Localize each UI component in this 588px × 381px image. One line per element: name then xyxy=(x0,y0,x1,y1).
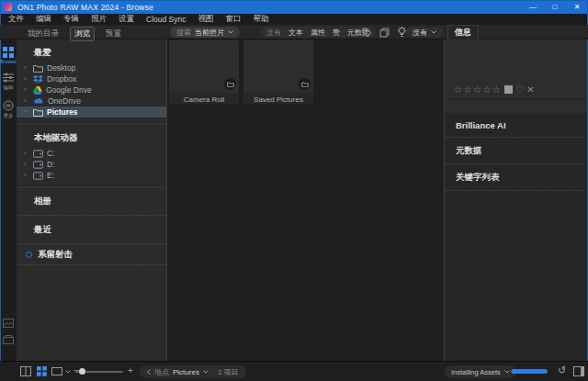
tab-presets[interactable]: 预置 xyxy=(102,28,125,40)
section-divider xyxy=(17,264,166,265)
menu-help[interactable]: 帮助 xyxy=(253,14,268,25)
sidebar-item-onedrive[interactable]: › OneDrive xyxy=(17,95,166,106)
menu-window[interactable]: 窗口 xyxy=(225,14,241,25)
window-title: ON1 Photo RAW MAX 2024 - Browse xyxy=(17,3,153,12)
drive-icon xyxy=(33,172,43,180)
filter-text[interactable]: 文本 xyxy=(288,28,303,38)
menu-file[interactable]: 文件 xyxy=(8,14,24,25)
like-heart-icon[interactable]: ♡ xyxy=(515,84,524,95)
sidebar-item-drive-c[interactable]: › C: xyxy=(17,148,166,159)
sidebar-item-label: OneDrive xyxy=(48,96,81,106)
main-area: Browse 编辑 更多 xyxy=(0,39,588,361)
filter-attributes[interactable]: 属性 xyxy=(311,28,325,38)
sidebar-item-google-drive[interactable]: › Google Drive xyxy=(17,84,166,95)
grid-view-icon[interactable] xyxy=(37,366,47,376)
folder-tile-camera-roll[interactable]: Camera Roll xyxy=(169,40,239,105)
search-scope-dropdown[interactable]: 搜索 当前照片 xyxy=(170,27,240,38)
recent-header[interactable]: 最近 xyxy=(17,219,166,240)
chevron-right-icon[interactable]: › xyxy=(24,172,29,179)
module-browse[interactable]: Browse xyxy=(0,47,17,64)
zoom-in-button[interactable]: + xyxy=(128,365,133,375)
box-icon[interactable] xyxy=(3,335,14,344)
folder-tile-label: Camera Roll xyxy=(169,93,239,105)
menu-album[interactable]: 专辑 xyxy=(63,14,79,25)
tag-icon[interactable] xyxy=(362,28,372,38)
sidebar-item-label: Dropbox xyxy=(47,74,76,84)
section-divider xyxy=(17,185,166,186)
tab-browse[interactable]: 浏览 xyxy=(70,27,95,41)
folder-thumbnail[interactable] xyxy=(243,40,313,93)
filter-liked[interactable]: 赞 xyxy=(333,28,340,38)
sidebar-item-drive-e[interactable]: › E: xyxy=(17,170,166,181)
breadcrumb[interactable]: 地点 Pictures 2 项目 xyxy=(140,365,246,378)
chevron-right-icon[interactable]: › xyxy=(24,75,29,83)
browse-sidebar: 最爱 › Desktop › Dropbox › xyxy=(17,39,167,361)
metadata-preview: ☆☆☆☆☆ ♡ ✕ xyxy=(445,39,588,98)
menu-view[interactable]: 视图 xyxy=(198,14,213,25)
maximize-button[interactable]: □ xyxy=(544,0,566,14)
sidebar-item-label: D: xyxy=(47,160,55,169)
folder-icon xyxy=(227,82,234,87)
sidebar-item-label: Desktop xyxy=(47,63,75,73)
chevron-right-icon[interactable]: › xyxy=(24,97,29,105)
section-keyword-list[interactable]: 关键字列表 xyxy=(445,164,588,191)
panel-toggle-icon[interactable] xyxy=(573,366,584,376)
filter-none[interactable]: 没有 xyxy=(266,28,281,38)
menu-edit[interactable]: 编辑 xyxy=(36,14,51,25)
install-progress-bar xyxy=(511,369,548,374)
refresh-icon[interactable]: ↺ xyxy=(558,364,566,376)
local-drives-header[interactable]: 本地驱动器 xyxy=(17,128,166,148)
photo-icon[interactable] xyxy=(3,319,14,328)
chevron-down-icon xyxy=(431,30,436,34)
app-logo-icon xyxy=(4,3,12,11)
chevron-right-icon[interactable]: › xyxy=(24,86,29,94)
color-label-swatch[interactable] xyxy=(504,85,513,94)
menu-photo[interactable]: 照片 xyxy=(91,14,107,25)
chevron-right-icon[interactable]: › xyxy=(24,64,29,72)
section-metadata[interactable]: 元数据 xyxy=(445,138,588,164)
breadcrumb-folder[interactable]: Pictures xyxy=(173,368,199,376)
folder-thumbnail[interactable] xyxy=(169,40,239,93)
chevron-down-icon xyxy=(203,370,209,374)
tab-my-catalogs[interactable]: 我的目录 xyxy=(24,28,62,40)
window-controls: — □ ✕ xyxy=(522,0,588,14)
menu-cloud-sync[interactable]: Cloud Sync xyxy=(146,15,186,24)
quick-filter-dropdown[interactable]: 没有 xyxy=(406,27,443,38)
search-scope-value: 当前照片 xyxy=(195,28,224,38)
favorites-header[interactable]: 最爱 xyxy=(17,42,166,62)
zoom-slider-knob[interactable] xyxy=(79,368,85,375)
info-panel-tab[interactable]: 信息 xyxy=(447,25,479,39)
tethered-shooting-item[interactable]: 系留射击 xyxy=(17,248,166,261)
drive-icon xyxy=(33,161,43,169)
chevron-down-icon xyxy=(228,30,233,34)
module-more[interactable]: 更多 xyxy=(3,100,14,120)
folder-tile-saved-pictures[interactable]: Saved Pictures xyxy=(243,40,313,105)
chevron-down-icon[interactable] xyxy=(65,370,71,374)
dual-browse-icon[interactable] xyxy=(20,366,31,376)
star-rating[interactable]: ☆☆☆☆☆ xyxy=(454,84,502,95)
sidebar-item-pictures[interactable]: › Pictures xyxy=(17,106,166,118)
sidebar-item-drive-d[interactable]: › D: xyxy=(17,159,166,170)
section-divider xyxy=(17,122,166,123)
sidebar-item-label: E: xyxy=(47,171,54,180)
section-divider xyxy=(17,243,166,244)
chevron-right-icon[interactable]: › xyxy=(24,161,29,168)
albums-header[interactable]: 相册 xyxy=(17,191,166,211)
status-dropdown[interactable]: Installing Assets xyxy=(445,365,516,378)
dislike-icon[interactable]: ✕ xyxy=(526,84,534,95)
minimize-button[interactable]: — xyxy=(522,0,544,14)
detail-view-icon[interactable] xyxy=(51,367,62,375)
sidebar-item-desktop[interactable]: › Desktop xyxy=(17,62,166,73)
sidebar-item-dropbox[interactable]: › Dropbox xyxy=(17,73,166,84)
section-brilliance-ai[interactable]: Brilliance AI xyxy=(445,113,588,138)
menu-settings[interactable]: 设置 xyxy=(119,14,134,25)
module-edit-label: 编辑 xyxy=(4,84,14,91)
filter-bar: 没有 文本 属性 赞 元数据 xyxy=(260,27,376,38)
dropbox-icon xyxy=(33,75,43,84)
chevron-right-icon[interactable]: › xyxy=(24,150,29,157)
layers-icon[interactable] xyxy=(379,28,390,38)
close-button[interactable]: ✕ xyxy=(566,0,588,14)
module-edit[interactable]: 编辑 xyxy=(3,73,14,92)
chevron-left-icon[interactable] xyxy=(147,369,151,375)
chevron-right-icon[interactable]: › xyxy=(24,108,29,116)
